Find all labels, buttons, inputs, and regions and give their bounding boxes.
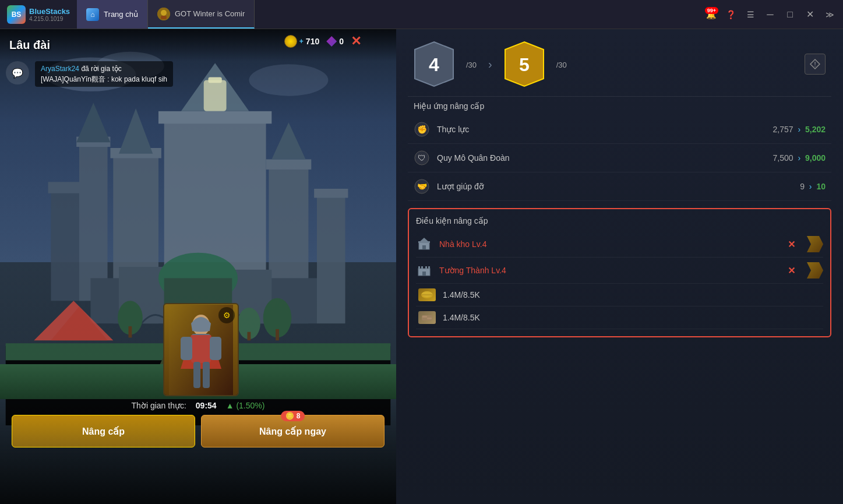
condition-1-label: Nhà kho Lv.4 [439, 239, 781, 249]
svg-rect-30 [276, 329, 279, 340]
game-area: Lâu đài 💬 AryaStark24 đã rời gia tộc [WA… [0, 29, 843, 504]
maximize-icon: □ [787, 9, 793, 20]
tab-home[interactable]: ⌂ Trang chủ [77, 0, 148, 29]
menu-button[interactable]: ☰ [742, 6, 759, 23]
svg-rect-44 [181, 337, 192, 360]
strength-old: 2,757 [773, 125, 793, 134]
svg-rect-70 [425, 266, 427, 269]
castle-background: Lâu đài 💬 AryaStark24 đã rời gia tộc [WA… [0, 29, 396, 504]
stone-amount: 1.4M/8.5K [443, 313, 480, 322]
level-header: 4 /30 › 5 /30 ! [396, 29, 843, 96]
resource-row-2: 1.4M/8.5K [416, 306, 823, 329]
effect-row-army: 🛡 Quy Mô Quân Đoàn 7,500 › 9,000 [408, 144, 831, 172]
army-label: Quy Mô Quân Đoàn [437, 153, 766, 163]
condition-2-goto[interactable] [807, 262, 823, 279]
chat-line-1: AryaStark24 đã rời gia tộc [41, 64, 167, 74]
help-old: 9 [800, 182, 805, 191]
army-icon: 🛡 [414, 150, 430, 166]
condition-2-label: Tường Thành Lv.4 [439, 266, 781, 275]
svg-text:✊: ✊ [417, 125, 428, 135]
bs-name: BlueStacks [29, 7, 70, 16]
svg-point-1 [161, 10, 167, 16]
gear-icon[interactable]: ⚙ [218, 307, 235, 323]
question-button[interactable]: ❓ [722, 6, 739, 23]
svg-rect-69 [421, 266, 423, 269]
svg-rect-45 [210, 337, 221, 360]
svg-marker-21 [271, 122, 305, 159]
svg-rect-8 [79, 142, 108, 301]
location-label: Lâu đài [9, 38, 50, 52]
army-new: 9,000 [805, 153, 826, 163]
svg-marker-13 [119, 108, 153, 154]
effects-title: Hiệu ứng nâng cấp [396, 97, 843, 115]
shield-badge-gold-svg: 5 [504, 41, 545, 87]
svg-rect-72 [422, 272, 426, 276]
strength-new: 5,202 [805, 125, 826, 134]
close-button-game[interactable]: ✕ [351, 34, 361, 49]
stone-icon [418, 311, 436, 324]
titlebar: BS BlueStacks 4.215.0.1019 ⌂ Trang chủ G… [0, 0, 843, 29]
info-icon-button[interactable]: ! [805, 54, 826, 75]
fist-icon: ✊ [414, 122, 429, 137]
svg-marker-10 [76, 103, 110, 142]
svg-rect-23 [314, 189, 348, 198]
coin-icon: 🪙 [285, 412, 294, 420]
timer-label: Thời gian thực: [132, 401, 186, 410]
next-level-badge: 5 [504, 41, 545, 87]
condition-1-status: ✕ [788, 239, 795, 250]
svg-rect-47 [203, 362, 210, 388]
gem-amount: 0 [339, 37, 344, 46]
close-button[interactable]: ✕ [801, 6, 819, 23]
home-icon: ⌂ [86, 8, 99, 21]
close-icon: ✕ [806, 9, 814, 20]
next-level-sub: /30 [556, 61, 567, 69]
effects-table: ✊ Thực lực 2,757 › 5,202 🛡 Quy Mô [396, 115, 843, 201]
hero-image: ⚙ [164, 304, 238, 395]
svg-rect-63 [418, 241, 420, 243]
svg-rect-32 [248, 332, 251, 341]
right-panel: 4 /30 › 5 /30 ! [396, 29, 843, 504]
notif-badge: 99+ [705, 7, 718, 14]
hero-card[interactable]: ⚙ [163, 303, 239, 396]
stone-svg [421, 313, 433, 322]
upgrade-button[interactable]: Nâng cấp [12, 415, 195, 447]
help-values: 9 › 10 [800, 182, 826, 191]
svg-rect-78 [427, 318, 432, 319]
chat-username: AryaStark24 [41, 65, 79, 73]
upgrade-buttons: Nâng cấp 🪙 8 Nâng cấp ngay [0, 415, 396, 459]
expand-button[interactable]: ≫ [821, 6, 838, 23]
condition-1-goto[interactable] [807, 236, 823, 252]
conditions-box: Điều kiện nâng cấp Nhà kho Lv.4 [408, 208, 831, 337]
tab-game[interactable]: GOT Winter is Comir [148, 0, 255, 29]
expand-icon: ≫ [826, 10, 834, 19]
bs-version: 4.215.0.1019 [29, 16, 70, 22]
timer-pct: ▲ (1.50%) [226, 401, 265, 410]
bs-icon: BS [7, 5, 26, 24]
menu-icon: ☰ [747, 10, 754, 19]
maximize-button[interactable]: □ [781, 6, 799, 23]
building-icon-1 [417, 237, 432, 252]
notification-button[interactable]: 🔔 99+ [702, 6, 719, 23]
strength-icon: ✊ [414, 121, 430, 138]
svg-rect-77 [422, 316, 427, 318]
chat-messages: AryaStark24 đã rời gia tộc [WAJA]QuānYīn… [35, 61, 173, 87]
tab-game-label: GOT Winter is Comir [175, 9, 245, 18]
svg-rect-68 [418, 266, 420, 269]
effect-row-help: 🤝 Lượt giúp đỡ 9 › 10 [408, 172, 831, 201]
svg-rect-62 [422, 245, 426, 249]
strength-label: Thực lực [437, 125, 766, 134]
gem-icon [326, 36, 337, 47]
exclamation-icon: ! [810, 59, 820, 69]
chat-line-2: [WAJA]QuānYīn觀音 : kok pada kluqf sih [41, 74, 167, 84]
svg-rect-20 [266, 159, 312, 169]
timer-value: 09:54 [196, 401, 217, 410]
level-arrow: › [488, 58, 492, 71]
help-label: Lượt giúp đỡ [437, 182, 793, 191]
upgrade-now-button[interactable]: 🪙 8 Nâng cấp ngay [201, 415, 385, 447]
minimize-button[interactable]: ─ [761, 6, 779, 23]
svg-point-5 [249, 64, 328, 96]
svg-rect-46 [193, 362, 200, 388]
upgrade-now-label: Nâng cấp ngay [259, 427, 326, 436]
building-icon-2 [417, 263, 432, 278]
wall-icon [416, 262, 432, 279]
